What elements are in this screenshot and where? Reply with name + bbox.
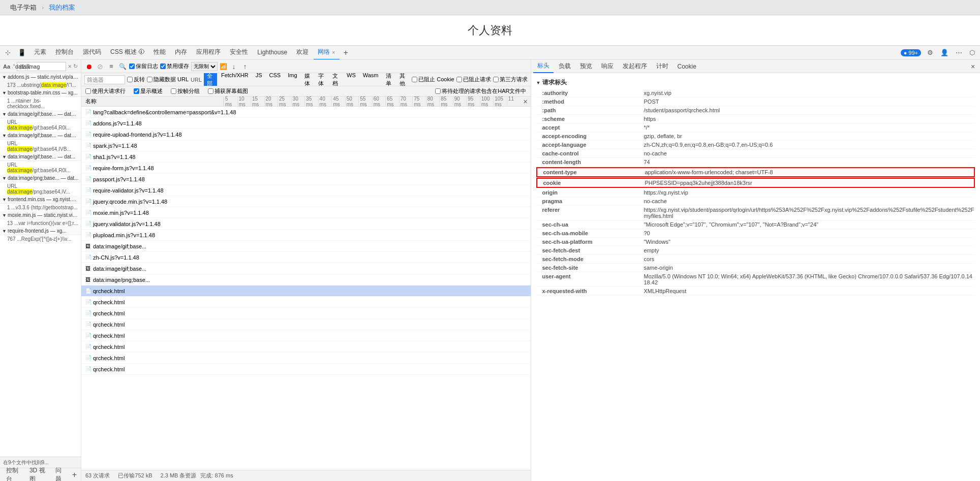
disable-cache-label[interactable]: 禁用缓存: [160, 62, 189, 70]
devtools-tab-elements[interactable]: 元素: [30, 46, 50, 60]
net-row-gif1[interactable]: 🖼 data:image/gif;base...: [81, 241, 531, 252]
blocked-requests-checkbox[interactable]: [456, 77, 462, 82]
net-row-plupload[interactable]: 📄 plupload.min.js?v=1.1.48: [81, 230, 531, 241]
hide-data-urls-label[interactable]: 隐藏数据 URL: [147, 76, 189, 83]
filter-type-js[interactable]: JS: [253, 73, 265, 86]
capture-screenshot-label[interactable]: 捕获屏幕截图: [208, 87, 248, 95]
png-child-1[interactable]: URL data:image/png;base64,iV...: [0, 182, 81, 196]
third-party-label[interactable]: 第三方请求: [493, 76, 528, 83]
preserve-log-label[interactable]: 保留日志: [129, 62, 158, 70]
preserve-log-checkbox[interactable]: [129, 63, 135, 69]
moxie-child-1[interactable]: 13 ...var i=function(){var e=[];r...: [0, 219, 81, 227]
detail-tab-timing[interactable]: 计时: [652, 60, 672, 73]
search-reload-icon[interactable]: ↻: [73, 63, 78, 70]
capture-screenshot-checkbox[interactable]: [208, 88, 213, 94]
detail-tab-cookie[interactable]: Cookie: [673, 60, 700, 73]
filter-type-all[interactable]: 全部: [204, 73, 217, 86]
net-row-require-validator[interactable]: 📄 require-validator.js?v=1.1.48: [81, 185, 531, 196]
filter-type-ws[interactable]: WS: [344, 73, 359, 86]
net-row-qrcheck6[interactable]: 📄 qrcheck.html: [81, 341, 531, 352]
hide-data-urls-checkbox[interactable]: [147, 77, 152, 82]
group-by-frame-label[interactable]: 按帧分组: [171, 87, 200, 95]
file-group-header-frontend[interactable]: ▼ frontend.min.css — xg.nyist.vi...: [0, 196, 81, 204]
net-row-jquery-qrcode[interactable]: 📄 jquery.qrcode.min.js?v=1.1.48: [81, 196, 531, 207]
gif2-child-1[interactable]: URL data:image/gif;base64,IVB...: [0, 140, 81, 153]
file-group-header-require[interactable]: ▼ require-frontend.js — xg...: [0, 227, 81, 235]
devtools-tab-add[interactable]: +: [341, 48, 351, 57]
net-row-qrcheck8[interactable]: 📄 qrcheck.html: [81, 364, 531, 375]
har-label[interactable]: 将待处理的请求包含在HAR文件中: [435, 87, 526, 95]
net-row-gif2[interactable]: 🖼 data:image/gif;base...: [81, 263, 531, 274]
devtools-tab-source[interactable]: 源代码: [79, 46, 105, 60]
file-group-header-bootstrap[interactable]: ▼ bootstrap-table.min.css — xg...: [0, 89, 81, 97]
filter-type-fetch-xhr[interactable]: Fetch/XHR: [218, 73, 252, 86]
search-close-icon[interactable]: ×: [68, 62, 72, 70]
require-child-1[interactable]: 767 ...RegExp('[^([a-z]+)\\v...: [0, 235, 81, 243]
bottom-tab-3d[interactable]: 3D 视图: [25, 468, 50, 482]
filter-type-css[interactable]: CSS: [266, 73, 284, 86]
bottom-tab-add[interactable]: +: [70, 470, 79, 479]
net-row-qrcheck-selected[interactable]: 📄 qrcheck.html: [81, 285, 531, 297]
clear-btn[interactable]: ⊘: [96, 62, 105, 71]
net-row-moxie[interactable]: 📄 moxie.min.js?v=1.1.48: [81, 207, 531, 218]
filter-type-font[interactable]: 字体: [315, 73, 328, 86]
net-row-png[interactable]: 🖼 data:image/png;base...: [81, 274, 531, 285]
filter-type-wasm[interactable]: Wasm: [360, 73, 382, 86]
request-headers-title[interactable]: ▼ 请求标头: [536, 76, 975, 89]
devtools-more-icon[interactable]: ⋯: [953, 49, 965, 56]
import-btn[interactable]: ↓: [229, 62, 238, 71]
bottom-tab-issues[interactable]: 问题: [51, 468, 69, 482]
throttle-select[interactable]: 无限制: [191, 62, 218, 71]
blocked-requests-label[interactable]: 已阻止请求: [456, 76, 491, 83]
detail-tab-preview[interactable]: 预览: [576, 60, 596, 73]
net-row-lang[interactable]: 📄 lang?callback=define&controllername=pa…: [81, 107, 531, 118]
net-row-require-upload[interactable]: 📄 require-upload-frontend.js?v=1.1.48: [81, 129, 531, 140]
filter-type-img[interactable]: Img: [285, 73, 300, 86]
devtools-tab-console[interactable]: 控制台: [51, 46, 78, 60]
devtools-tab-perf[interactable]: 性能: [149, 46, 170, 60]
filter-type-media[interactable]: 媒体: [301, 73, 315, 86]
net-row-passport[interactable]: 📄 passport.js?v=1.1.48: [81, 174, 531, 185]
filter-type-doc[interactable]: 文档: [329, 73, 343, 86]
bottom-tab-console[interactable]: 控制台: [2, 468, 24, 482]
gif3-child-1[interactable]: URL data:image/gif;base64,R0l...: [0, 161, 81, 174]
devtools-tab-welcome[interactable]: 欢迎: [292, 46, 313, 60]
network-tab-close[interactable]: ×: [332, 49, 335, 55]
net-row-qrcheck3[interactable]: 📄 qrcheck.html: [81, 308, 531, 319]
file-group-header-gif1[interactable]: ▼ data:image/gif;base... — data:...: [0, 110, 81, 118]
panel-close-btn[interactable]: ×: [520, 97, 531, 107]
net-row-qrcheck5[interactable]: 📄 qrcheck.html: [81, 330, 531, 341]
net-row-jquery-validator[interactable]: 📄 jquery.validator.js?v=1.1.48: [81, 218, 531, 230]
invert-label[interactable]: 反转: [127, 76, 145, 83]
file-group-header-gif3[interactable]: ▼ data:image/gif;base... — dat...: [0, 153, 81, 161]
filter-type-other[interactable]: 其他: [396, 73, 410, 86]
bootstrap-child-1[interactable]: 1 ...ntainer .bs-checkbox.fixed...: [0, 97, 81, 110]
devtools-icon-cursor[interactable]: ⊹: [2, 49, 14, 56]
devtools-tab-network[interactable]: 网络 ×: [314, 46, 339, 60]
file-group-header-gif2[interactable]: ▼ data:image/gif;base... — data:...: [0, 132, 81, 140]
devtools-account-icon[interactable]: 👤: [937, 49, 952, 56]
net-row-qrcheck2[interactable]: 📄 qrcheck.html: [81, 297, 531, 308]
detail-tab-initiator[interactable]: 发起程序: [619, 60, 651, 73]
net-row-spark[interactable]: 📄 spark.js?v=1.1.48: [81, 140, 531, 151]
file-group-header-moxie[interactable]: ▼ moxie.min.js — static.nyist.vip...: [0, 211, 81, 219]
group-by-frame-checkbox[interactable]: [171, 88, 176, 94]
devtools-tab-app[interactable]: 应用程序: [192, 46, 225, 60]
addons-child-1[interactable]: 173 ...ubstring(data:image/\"l...: [0, 81, 81, 89]
filter-input[interactable]: [84, 75, 125, 84]
large-rows-label[interactable]: 使用大请求行: [85, 87, 126, 95]
detail-close-btn[interactable]: ×: [968, 61, 978, 72]
devtools-settings-icon[interactable]: ⚙: [924, 49, 936, 56]
filter-type-manifest[interactable]: 清单: [383, 73, 396, 86]
detail-tab-headers[interactable]: 标头: [533, 60, 554, 73]
blocked-cookies-checkbox[interactable]: [412, 77, 417, 82]
devtools-icon-mobile[interactable]: 📱: [15, 49, 29, 56]
large-rows-checkbox[interactable]: [85, 88, 91, 94]
file-group-header-png[interactable]: ▼ data:image/png;base... — dat...: [0, 174, 81, 182]
net-row-sha1[interactable]: 📄 sha1.js?v=1.1.48: [81, 151, 531, 163]
devtools-expand-icon[interactable]: ⬡: [966, 49, 978, 56]
detail-tab-payload[interactable]: 负载: [555, 60, 575, 73]
detail-tab-response[interactable]: 响应: [597, 60, 618, 73]
file-group-header-addons[interactable]: ▼ addons.js — static.nyist.vip/as...: [0, 73, 81, 81]
invert-checkbox[interactable]: [127, 77, 133, 82]
